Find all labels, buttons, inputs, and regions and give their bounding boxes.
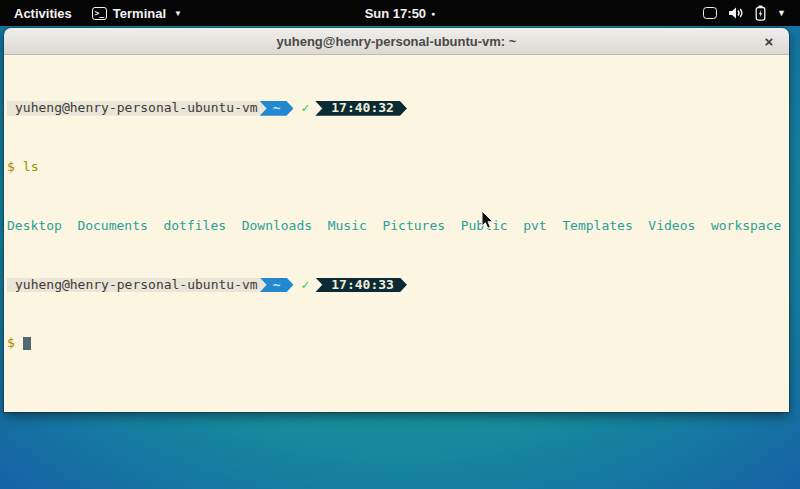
chevron-down-icon: ▼ (174, 9, 182, 18)
window-titlebar[interactable]: yuheng@henry-personal-ubuntu-vm: ~ × (4, 28, 789, 55)
dir-entry: Downloads (242, 219, 312, 234)
dir-entry: Videos (648, 219, 695, 234)
prompt-dollar: $ (7, 160, 15, 175)
typed-command: ls (23, 160, 39, 175)
volume-icon (728, 6, 744, 20)
topbar-left: Activities >_ Terminal ▼ (0, 4, 182, 23)
prompt-time-segment: 17:40:32 (315, 101, 407, 116)
prompt-line: yuheng@henry-personal-ubuntu-vm~✓17:40:3… (7, 101, 789, 116)
battery-charging-icon (755, 5, 766, 21)
prompt-user-segment: yuheng@henry-personal-ubuntu-vm (7, 278, 267, 293)
dir-entry: Templates (562, 219, 632, 234)
prompt-user-segment: yuheng@henry-personal-ubuntu-vm (7, 101, 267, 116)
dir-entry: Documents (77, 219, 147, 234)
dir-entry: dotfiles (163, 219, 226, 234)
app-menu-terminal[interactable]: >_ Terminal ▼ (92, 6, 182, 21)
window-title: yuheng@henry-personal-ubuntu-vm: ~ (277, 34, 517, 49)
dir-entry: Pictures (382, 219, 445, 234)
current-input-line: $ (7, 336, 789, 351)
activities-button[interactable]: Activities (10, 4, 76, 23)
dir-entry: Public (461, 219, 508, 234)
prompt-time-segment: 17:40:33 (315, 278, 407, 293)
system-status-area[interactable]: ▼ (703, 5, 800, 21)
terminal-app-icon: >_ (92, 7, 107, 20)
clock-label: Sun 17:50 (365, 6, 426, 21)
app-menu-label: Terminal (113, 6, 166, 21)
dir-entry: Music (328, 219, 367, 234)
dir-entry: workspace (711, 219, 781, 234)
terminal-cursor (23, 337, 31, 350)
check-icon: ✓ (293, 278, 315, 293)
terminal-window: yuheng@henry-personal-ubuntu-vm: ~ × yuh… (4, 28, 789, 412)
close-button[interactable]: × (757, 28, 781, 55)
command-line: $ls (7, 160, 789, 175)
prompt-dollar: $ (7, 336, 15, 351)
prompt-line: yuheng@henry-personal-ubuntu-vm~✓17:40:3… (7, 278, 789, 293)
chevron-down-icon: ▼ (777, 8, 786, 18)
check-icon: ✓ (293, 101, 315, 116)
ls-output-line: DesktopDocumentsdotfilesDownloadsMusicPi… (7, 219, 789, 234)
screen-share-icon (703, 7, 717, 19)
dir-entry: pvt (523, 219, 546, 234)
notification-dot: ● (431, 10, 435, 17)
gnome-top-bar: Activities >_ Terminal ▼ Sun 17:50 ● ▼ (0, 0, 800, 26)
dir-entry: Desktop (7, 219, 62, 234)
terminal-content[interactable]: yuheng@henry-personal-ubuntu-vm~✓17:40:3… (4, 55, 789, 412)
